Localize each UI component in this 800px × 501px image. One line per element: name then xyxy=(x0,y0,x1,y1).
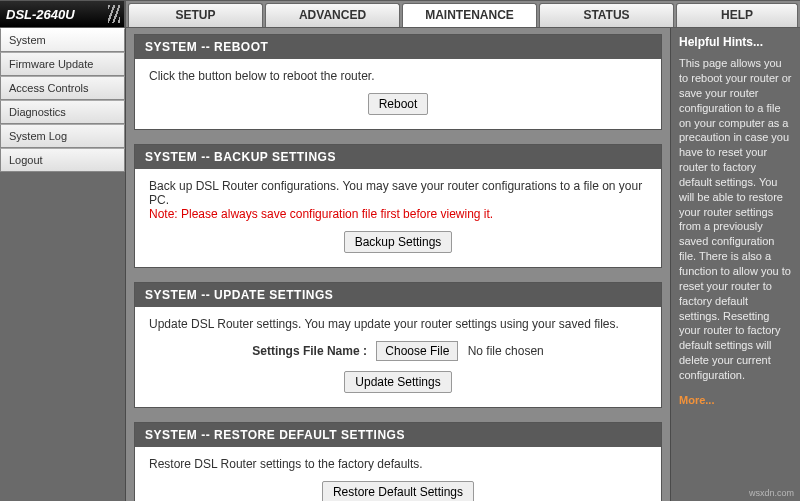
panel-backup: SYSTEM -- BACKUP SETTINGS Back up DSL Ro… xyxy=(134,144,662,268)
file-chosen-status: No file chosen xyxy=(468,344,544,358)
product-logo: DSL-2640U xyxy=(0,1,126,27)
backup-desc: Back up DSL Router configurations. You m… xyxy=(149,179,642,207)
panel-backup-title: SYSTEM -- BACKUP SETTINGS xyxy=(135,145,661,169)
reboot-button[interactable]: Reboot xyxy=(368,93,429,115)
content-area: SYSTEM -- REBOOT Click the button below … xyxy=(126,28,670,501)
update-settings-button[interactable]: Update Settings xyxy=(344,371,451,393)
tab-setup[interactable]: SETUP xyxy=(128,3,263,27)
restore-default-button[interactable]: Restore Default Settings xyxy=(322,481,474,501)
sidebar-item-logout[interactable]: Logout xyxy=(0,148,125,172)
tab-status[interactable]: STATUS xyxy=(539,3,674,27)
sidebar-item-access[interactable]: Access Controls xyxy=(0,76,125,100)
settings-file-label: Settings File Name : xyxy=(252,344,367,358)
panel-restore-title: SYSTEM -- RESTORE DEFAULT SETTINGS xyxy=(135,423,661,447)
backup-button[interactable]: Backup Settings xyxy=(344,231,453,253)
restore-desc: Restore DSL Router settings to the facto… xyxy=(149,457,647,471)
main-tabs: SETUP ADVANCED MAINTENANCE STATUS HELP xyxy=(126,1,800,27)
hints-more-link[interactable]: More... xyxy=(679,393,714,408)
tab-advanced[interactable]: ADVANCED xyxy=(265,3,400,27)
product-model: DSL-2640U xyxy=(6,7,75,22)
tab-maintenance[interactable]: MAINTENANCE xyxy=(402,3,537,27)
panel-update-title: SYSTEM -- UPDATE SETTINGS xyxy=(135,283,661,307)
update-desc: Update DSL Router settings. You may upda… xyxy=(149,317,647,331)
hints-body: This page allows you to reboot your rout… xyxy=(679,56,792,383)
hints-title: Helpful Hints... xyxy=(679,34,792,50)
sidebar-item-syslog[interactable]: System Log xyxy=(0,124,125,148)
sidebar-item-system[interactable]: System xyxy=(0,28,125,52)
panel-restore: SYSTEM -- RESTORE DEFAULT SETTINGS Resto… xyxy=(134,422,662,501)
choose-file-button[interactable]: Choose File xyxy=(376,341,458,361)
sidebar-item-diagnostics[interactable]: Diagnostics xyxy=(0,100,125,124)
helpful-hints-panel: Helpful Hints... This page allows you to… xyxy=(670,28,800,501)
tab-help[interactable]: HELP xyxy=(676,3,798,27)
panel-update: SYSTEM -- UPDATE SETTINGS Update DSL Rou… xyxy=(134,282,662,408)
watermark: wsxdn.com xyxy=(749,488,794,498)
reboot-desc: Click the button below to reboot the rou… xyxy=(149,69,647,83)
panel-reboot-title: SYSTEM -- REBOOT xyxy=(135,35,661,59)
sidebar: System Firmware Update Access Controls D… xyxy=(0,28,126,501)
panel-reboot: SYSTEM -- REBOOT Click the button below … xyxy=(134,34,662,130)
backup-note: Note: Please always save configuration f… xyxy=(149,207,493,221)
sidebar-item-firmware[interactable]: Firmware Update xyxy=(0,52,125,76)
